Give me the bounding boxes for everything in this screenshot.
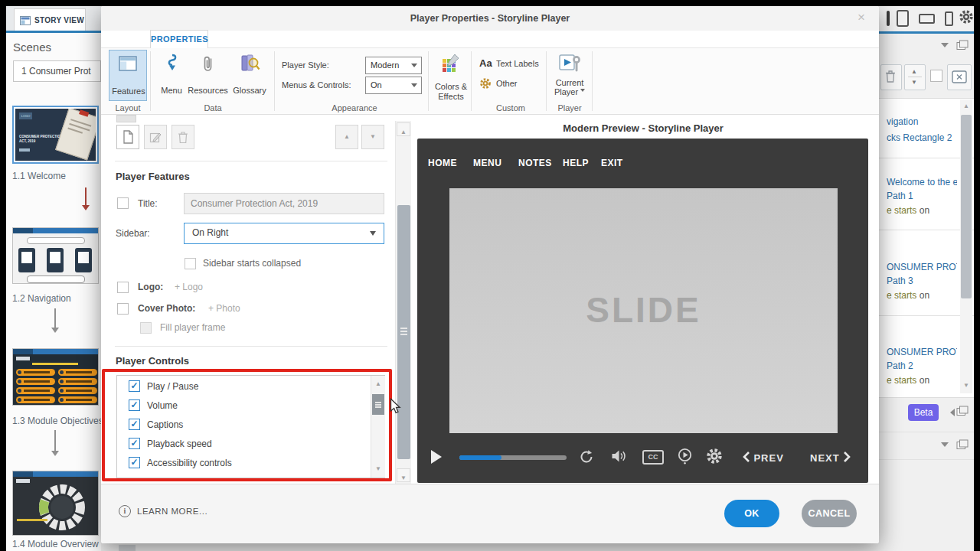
logo-checkbox[interactable] xyxy=(117,282,129,293)
background-scrollbar-sliver xyxy=(119,545,136,551)
tablet-portrait-icon[interactable] xyxy=(897,10,909,27)
thumb-logo-chip: LOGO xyxy=(19,112,32,119)
nav-menu[interactable]: MENU xyxy=(473,158,501,168)
slide-properties-button[interactable] xyxy=(947,64,972,90)
nav-notes[interactable]: NOTES xyxy=(518,158,552,168)
tab-story-view[interactable]: STORY VIEW xyxy=(14,8,86,31)
colors-effects-button[interactable]: Colors & Effects xyxy=(432,50,470,101)
player-style-dropdown[interactable]: Modern xyxy=(365,57,422,74)
trigger-text[interactable]: e starts on xyxy=(887,290,957,301)
replay-icon[interactable] xyxy=(579,448,594,465)
add-photo-link[interactable]: + Photo xyxy=(208,303,240,314)
trigger-text[interactable]: Path 2 xyxy=(887,360,957,371)
trigger-text[interactable]: Welcome to the e... xyxy=(887,177,957,187)
menu-arrow-icon xyxy=(164,54,181,73)
play-icon[interactable] xyxy=(431,450,442,464)
trigger-text[interactable]: vigation xyxy=(887,116,957,127)
next-button[interactable]: NEXT xyxy=(810,451,851,465)
title-label: Title: xyxy=(138,198,158,209)
nav-exit[interactable]: EXIT xyxy=(601,158,623,168)
scene-selector-dropdown[interactable]: 1 Consumer Prot xyxy=(13,60,101,82)
panel-icon[interactable] xyxy=(956,40,969,51)
move-down-button[interactable]: ▼ xyxy=(361,125,384,149)
panel-icon[interactable] xyxy=(956,406,969,416)
scrollbar-thumb[interactable] xyxy=(961,115,972,298)
triggers-scrollbar[interactable]: ▲ ▼ xyxy=(960,99,972,393)
scenes-sidebar: STORY VIEW Scenes 1 Consumer Prot LOGO C… xyxy=(6,6,101,551)
title-checkbox[interactable] xyxy=(117,197,129,209)
delete-trigger-button[interactable] xyxy=(880,64,902,90)
slide-placeholder-text: SLIDE xyxy=(449,289,838,331)
panel-icon[interactable] xyxy=(956,439,969,450)
scrollbar-thumb[interactable] xyxy=(397,205,410,459)
phone-icon[interactable] xyxy=(945,11,953,26)
slide-thumb-navigation[interactable] xyxy=(12,227,99,284)
current-player-button[interactable]: Current Player xyxy=(551,50,588,101)
settings-gear-icon[interactable] xyxy=(706,448,723,465)
slide-label[interactable]: 1.1 Welcome xyxy=(12,171,66,181)
seekbar[interactable] xyxy=(459,455,567,460)
laptop-icon[interactable] xyxy=(887,11,890,26)
trigger-text[interactable]: cks Rectangle 2 xyxy=(887,132,957,143)
features-button[interactable]: Features xyxy=(109,50,147,101)
trigger-text[interactable]: e starts on xyxy=(887,375,957,386)
nav-home[interactable]: HOME xyxy=(428,158,457,168)
menus-controls-dropdown[interactable]: On xyxy=(365,77,422,94)
slide-label[interactable]: 1.3 Module Objectives xyxy=(12,416,103,426)
resources-button[interactable]: Resources xyxy=(187,50,229,101)
scroll-down-button[interactable]: ▼ xyxy=(397,468,410,482)
delete-item-button[interactable] xyxy=(172,125,194,149)
trigger-text[interactable]: ONSUMER PROT... xyxy=(887,347,957,357)
thumb-header-bar xyxy=(13,349,98,354)
glossary-button[interactable]: Glossary xyxy=(230,50,270,101)
text-labels-button[interactable]: Aa Text Labels xyxy=(479,57,556,71)
cancel-button[interactable]: CANCEL xyxy=(802,500,857,527)
dropdown-caret-icon[interactable] xyxy=(941,442,949,451)
collapse-left-icon[interactable] xyxy=(946,409,955,416)
blank-checkbox[interactable] xyxy=(930,70,942,82)
slide-label[interactable]: 1.4 Module Overview xyxy=(12,539,99,549)
reorder-trigger-spinner[interactable]: ▲ ▼ xyxy=(904,64,926,90)
volume-icon[interactable] xyxy=(611,449,626,463)
prev-button[interactable]: PREV xyxy=(742,451,784,465)
slide-thumb-overview[interactable] xyxy=(12,471,99,536)
story-view-icon xyxy=(20,16,31,25)
ok-button[interactable]: OK xyxy=(724,500,779,527)
trigger-text[interactable]: ONSUMER PROT... xyxy=(887,262,957,272)
dropdown-caret-icon[interactable] xyxy=(941,43,949,51)
move-up-button[interactable]: ▲ xyxy=(335,125,358,149)
sidebar-label: Sidebar: xyxy=(116,228,150,239)
sidebar-collapsed-label: Sidebar starts collapsed xyxy=(203,258,301,269)
tab-properties[interactable]: PROPERTIES xyxy=(150,30,208,48)
scroll-up-icon: ▲ xyxy=(400,129,407,135)
other-button[interactable]: Other xyxy=(479,77,556,91)
features-layout-icon xyxy=(119,56,137,71)
sidebar-collapsed-checkbox[interactable] xyxy=(185,258,196,269)
move-up-icon: ▲ xyxy=(911,69,917,75)
menu-button[interactable]: Menu xyxy=(156,50,187,101)
panel-scrollbar[interactable]: ▲ ▼ xyxy=(395,121,411,484)
captions-icon[interactable]: CC xyxy=(642,450,664,465)
title-input[interactable] xyxy=(184,193,384,214)
edit-item-button[interactable] xyxy=(144,125,167,149)
scroll-up-button[interactable]: ▲ xyxy=(397,122,410,136)
slide-label[interactable]: 1.2 Navigation xyxy=(12,293,71,304)
sidebar-position-dropdown[interactable]: On Right xyxy=(184,223,384,244)
slide-thumb-welcome[interactable]: LOGO CONSUMER PROTECTION ACT, 2019 xyxy=(12,106,99,164)
add-logo-link[interactable]: + Logo xyxy=(175,282,203,292)
fill-frame-checkbox[interactable] xyxy=(140,322,152,334)
new-item-button[interactable] xyxy=(116,125,139,149)
thumb-wheel-diagram xyxy=(31,482,90,533)
app-gear-icon[interactable] xyxy=(959,9,974,24)
close-icon[interactable]: × xyxy=(858,10,865,25)
trigger-text[interactable]: Path 3 xyxy=(887,276,957,286)
cover-photo-checkbox[interactable] xyxy=(117,303,129,315)
tablet-landscape-icon[interactable] xyxy=(919,14,935,24)
group-label-layout: Layout xyxy=(109,103,147,112)
trigger-text[interactable]: e starts on xyxy=(887,205,957,216)
slide-thumb-objectives[interactable] xyxy=(12,348,99,406)
trigger-text[interactable]: Path 1 xyxy=(887,191,957,201)
dialog-titlebar[interactable]: Player Properties - Storyline Player × xyxy=(101,6,879,31)
nav-help[interactable]: HELP xyxy=(563,158,589,168)
playback-speed-icon[interactable] xyxy=(677,448,693,465)
